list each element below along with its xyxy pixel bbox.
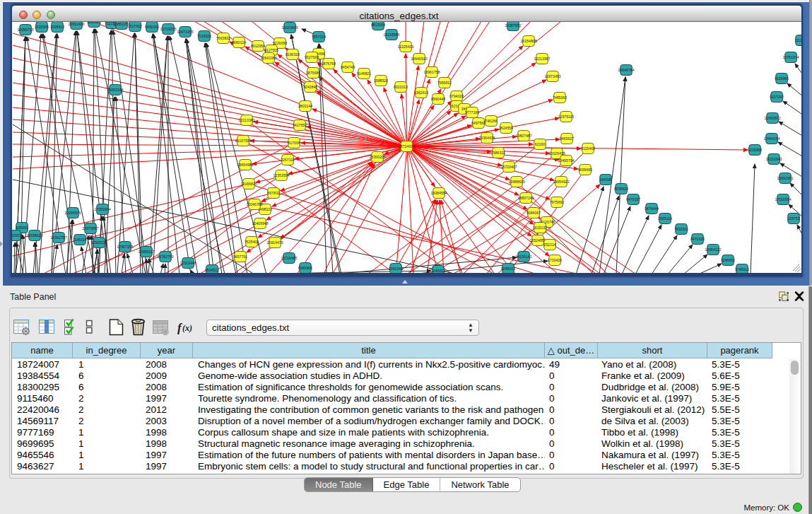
svg-text:1905813: 1905813 (50, 25, 64, 29)
svg-text:6466160: 6466160 (145, 25, 159, 29)
svg-text:9242848: 9242848 (303, 85, 317, 89)
svg-text:12353594: 12353594 (273, 173, 289, 177)
svg-text:15751074: 15751074 (782, 55, 799, 59)
svg-text:25300203: 25300203 (369, 155, 385, 159)
svg-text:9745012: 9745012 (735, 267, 749, 271)
svg-text:15720407: 15720407 (500, 165, 517, 169)
svg-text:116753: 116753 (788, 216, 800, 221)
svg-text:9127505: 9127505 (264, 48, 278, 52)
svg-text:9327508: 9327508 (305, 55, 319, 59)
svg-text:20364436: 20364436 (478, 136, 495, 140)
svg-text:12342757: 12342757 (50, 235, 66, 240)
svg-text:15692901: 15692901 (777, 176, 793, 180)
svg-text:10046788: 10046788 (246, 202, 262, 206)
svg-text:12409948: 12409948 (252, 221, 268, 226)
svg-text:1527602: 1527602 (128, 24, 142, 28)
svg-text:8938924: 8938924 (614, 187, 628, 191)
svg-text:7857224: 7857224 (312, 35, 326, 39)
svg-text:11325419: 11325419 (398, 45, 414, 49)
svg-text:9777169: 9777169 (465, 110, 479, 115)
svg-text:9463627: 9463627 (560, 136, 574, 141)
svg-text:7986322: 7986322 (491, 151, 505, 155)
svg-text:12213967: 12213967 (534, 57, 550, 61)
svg-text:20206576: 20206576 (64, 211, 81, 215)
svg-text:7625402: 7625402 (245, 240, 259, 244)
svg-text:2803144: 2803144 (298, 104, 312, 108)
svg-text:9146821: 9146821 (357, 71, 371, 76)
svg-text:7632621: 7632621 (674, 227, 688, 231)
svg-text:9657791: 9657791 (233, 255, 247, 259)
svg-text:7663822: 7663822 (216, 36, 230, 40)
svg-text:2245012: 2245012 (431, 269, 445, 273)
svg-text:1733426: 1733426 (548, 258, 562, 262)
svg-text:16154808: 16154808 (520, 39, 536, 43)
svg-text:19218586: 19218586 (383, 33, 399, 37)
svg-text:12505135: 12505135 (90, 240, 107, 245)
svg-text:3624554: 3624554 (499, 126, 513, 130)
svg-text:9504512: 9504512 (205, 268, 219, 272)
svg-text:17359934: 17359934 (94, 207, 110, 211)
svg-text:19654985: 19654985 (237, 163, 253, 167)
svg-text:9245013: 9245013 (501, 267, 515, 271)
svg-text:11568629: 11568629 (27, 233, 43, 238)
svg-text:16033809: 16033809 (281, 25, 298, 30)
svg-text:16648784: 16648784 (618, 68, 634, 72)
svg-text:1615132: 1615132 (533, 226, 547, 230)
svg-text:8813054: 8813054 (371, 23, 385, 27)
svg-text:8196328: 8196328 (286, 52, 300, 57)
svg-text:12023448: 12023448 (180, 261, 196, 265)
svg-text:23975867: 23975867 (82, 226, 98, 230)
svg-text:8454749: 8454749 (341, 65, 355, 69)
svg-text:2220546: 2220546 (35, 25, 49, 29)
svg-text:9886021: 9886021 (87, 22, 101, 24)
svg-text:9227342: 9227342 (770, 95, 784, 99)
svg-text:10719155: 10719155 (160, 27, 176, 31)
svg-text:18807249: 18807249 (517, 196, 534, 200)
svg-text:10688609: 10688609 (508, 180, 524, 184)
svg-text:18724007: 18724007 (399, 144, 415, 148)
svg-text:567832: 567832 (267, 191, 279, 195)
svg-text:6497568: 6497568 (471, 121, 486, 125)
svg-text:14055715: 14055715 (17, 28, 33, 32)
svg-text:16914479: 16914479 (266, 240, 283, 245)
svg-text:16961758: 16961758 (423, 70, 440, 74)
svg-text:7485063: 7485063 (553, 95, 567, 100)
svg-text:10973493: 10973493 (544, 74, 560, 78)
svg-text:16782759: 16782759 (157, 255, 173, 259)
svg-text:2876768: 2876768 (322, 62, 336, 66)
svg-text:10654122: 10654122 (705, 247, 721, 252)
svg-text:12444194: 12444194 (763, 136, 779, 141)
svg-text:2935114: 2935114 (658, 216, 672, 221)
svg-text:1362615: 1362615 (414, 90, 428, 95)
svg-text:1145114: 1145114 (73, 238, 87, 242)
svg-text:8060906: 8060906 (298, 266, 312, 270)
svg-text:10543362: 10543362 (260, 56, 276, 60)
svg-text:252214: 252214 (543, 243, 555, 247)
svg-text:9084067: 9084067 (526, 211, 541, 215)
svg-text:15716485: 15716485 (281, 256, 297, 260)
svg-text:17957255: 17957255 (117, 245, 133, 249)
svg-text:10671355: 10671355 (177, 30, 193, 34)
svg-text:19654923: 19654923 (553, 180, 569, 184)
svg-text:9245652: 9245652 (721, 258, 735, 262)
svg-text:3267110: 3267110 (281, 158, 295, 162)
svg-text:746266: 746266 (485, 119, 497, 123)
svg-text:16210643: 16210643 (765, 157, 782, 161)
svg-text:13495794: 13495794 (558, 158, 574, 163)
svg-text:12975115: 12975115 (558, 115, 575, 119)
svg-text:835001: 835001 (16, 226, 28, 230)
svg-text:9699695: 9699695 (578, 168, 592, 172)
svg-text:6479197: 6479197 (626, 197, 640, 201)
svg-text:8912954: 8912954 (251, 44, 265, 48)
svg-text:10807487: 10807487 (515, 134, 531, 138)
svg-text:10958107: 10958107 (138, 250, 154, 254)
svg-text:7975692: 7975692 (550, 200, 564, 204)
svg-text:164095: 164095 (599, 177, 611, 182)
svg-text:9474444: 9474444 (645, 206, 659, 211)
svg-text:62160: 62160 (535, 142, 546, 146)
svg-text:9427552: 9427552 (293, 123, 307, 127)
svg-text:1875685: 1875685 (306, 71, 320, 75)
svg-text:20691406: 20691406 (68, 22, 84, 26)
svg-text:17016504: 17016504 (775, 197, 791, 201)
svg-text:6794028: 6794028 (449, 94, 464, 98)
